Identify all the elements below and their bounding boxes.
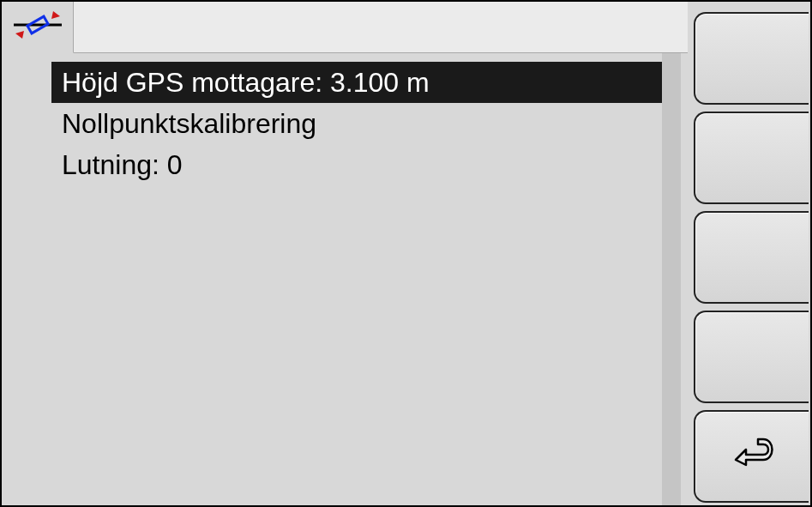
main-area: Höjd GPS mottagare: 3.100 m Nollpunktska… [2,2,688,505]
side-button-back[interactable] [694,410,809,503]
list-item-label: Nollpunktskalibrering [62,108,316,139]
list-item-gps-height[interactable]: Höjd GPS mottagare: 3.100 m [51,62,662,103]
scrollbar[interactable] [662,53,681,505]
header-tab-calibration[interactable] [2,2,74,53]
list-item-label: Lutning: 0 [62,149,183,180]
list-item-zero-calibration[interactable]: Nollpunktskalibrering [51,103,662,144]
settings-list: Höjd GPS mottagare: 3.100 m Nollpunktska… [51,62,662,185]
list-item-label: Höjd GPS mottagare: 3.100 m [62,67,430,98]
side-button-2[interactable] [694,112,809,204]
side-button-1[interactable] [694,12,809,105]
calibration-icon [12,6,63,48]
svg-marker-3 [15,31,24,39]
side-button-bar [690,2,810,505]
svg-marker-2 [51,11,60,19]
side-button-4[interactable] [694,311,809,403]
back-arrow-icon [725,436,779,477]
header-bar [2,2,688,53]
list-item-tilt[interactable]: Lutning: 0 [51,144,662,185]
side-button-3[interactable] [694,211,809,304]
